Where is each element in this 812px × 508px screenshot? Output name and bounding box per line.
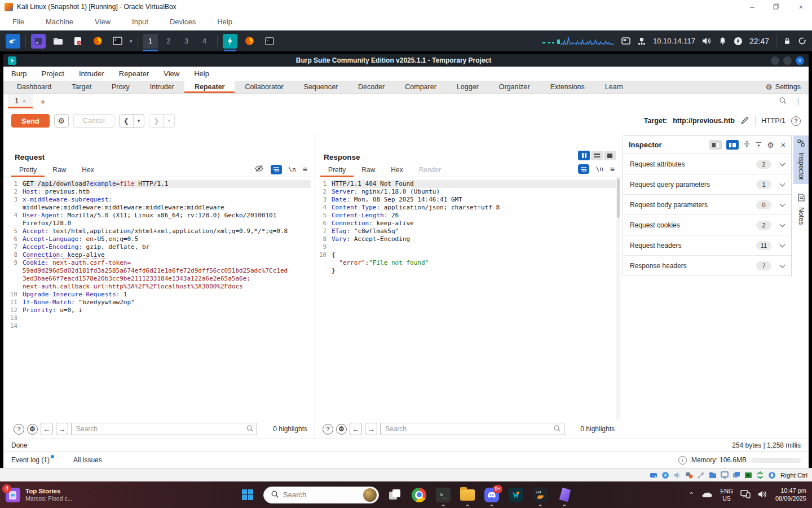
power-manager-icon[interactable] [734,37,743,46]
obsidian-button[interactable] [556,487,573,503]
editor-line[interactable]: 14 [9,322,311,330]
forward-history-button[interactable]: ❯▾ [149,114,175,128]
vbox-menu-input[interactable]: Input [132,17,148,26]
vbox-menu-devices[interactable]: Devices [170,17,196,26]
send-settings-button[interactable]: ⚙ [54,114,69,128]
editor-line[interactable]: 3Date: Mon, 08 Sep 2025 14:46:41 GMT [318,196,618,204]
lock-screen-icon[interactable] [783,37,791,45]
tab-target[interactable]: Target [61,81,102,93]
terminal-button[interactable]: >_ [435,487,452,503]
editor-line[interactable]: 12Priority: u=0, i [9,306,311,314]
response-tab-render[interactable]: Render [411,164,449,177]
vbox-minimize-button[interactable]: – [750,3,754,11]
burp-menu-burp[interactable]: Burp [11,69,27,78]
editor-line[interactable]: 6Accept-Language: en-US,en;q=0.5 [9,235,311,243]
dock-firefox-icon[interactable] [90,34,105,49]
response-scrollbar[interactable] [616,177,620,419]
logout-icon[interactable] [798,37,806,45]
tab-organizer[interactable]: Organizer [489,81,540,93]
inspector-close-icon[interactable]: × [781,141,785,150]
vbox-menu-view[interactable]: View [95,17,111,26]
vbox-mouse-integration-icon[interactable] [767,471,776,479]
editor-line[interactable]: 10{ "error":"File not found" } [318,251,618,275]
tab-extensions[interactable]: Extensions [540,81,595,93]
edit-target-pencil-icon[interactable] [740,116,749,126]
event-log-button[interactable]: Event log (1) [11,456,54,464]
burp-menu-project[interactable]: Project [41,69,64,78]
search-next-button[interactable]: → [365,423,377,435]
inspector-section-request-headers[interactable]: Request headers11 [623,235,791,256]
vbox-optical-disc-icon[interactable] [661,471,669,479]
vbox-menu-help[interactable]: Help [217,17,232,26]
dock-terminal-dropdown[interactable]: ▾ [130,38,133,44]
volume-icon[interactable] [702,37,712,45]
editor-line[interactable]: 1GET /api/download?example=file HTTP/1.1 [9,180,311,188]
taskbar-search-box[interactable] [263,487,379,503]
workspace-3[interactable]: 3 [179,34,194,49]
inspector-section-request-attributes[interactable]: Request attributes2 [623,154,791,174]
editor-line[interactable]: 4User-Agent: Mozilla/5.0 (X11; Linux x86… [9,212,311,227]
editor-line[interactable]: 7Accept-Encoding: gzip, deflate, br [9,243,311,251]
burp-menu-intruder[interactable]: Intruder [79,69,104,78]
vbox-menu-file[interactable]: File [12,17,24,26]
search-help-icon[interactable]: ? [14,424,24,435]
inspector-view-toggle-right[interactable] [726,140,739,150]
send-button[interactable]: Send [11,114,50,128]
chevron-down-icon[interactable] [780,221,785,227]
taskbar-burp-window-button[interactable] [223,34,237,49]
search-help-icon[interactable]: ? [323,424,333,435]
editor-line[interactable]: 5Accept: text/html,application/xhtml+xml… [9,227,311,235]
inspector-section-request-cookies[interactable]: Request cookies2 [623,215,791,235]
chevron-down-icon[interactable] [780,201,785,207]
dock-terminal-icon[interactable]: $- [110,34,125,49]
editor-line[interactable]: 2Host: previous.htb [9,188,311,196]
collapse-all-icon[interactable] [755,140,762,150]
chevron-down-icon[interactable] [780,242,785,247]
back-history-dropdown[interactable]: ▾ [133,115,144,127]
tab-repeater[interactable]: Repeater [184,81,235,93]
taskbar-firefox-window-button[interactable] [242,34,257,49]
wrap-lines-icon[interactable] [578,164,589,174]
request-tab-hex[interactable]: Hex [74,164,102,177]
chevron-down-icon[interactable] [780,160,785,166]
wrap-lines-icon[interactable] [271,165,282,174]
tab-logger[interactable]: Logger [447,81,489,93]
burp-close-button[interactable]: × [796,56,804,65]
widgets-button[interactable]: 4 Top Stories Marcos: Flood c... [6,481,72,508]
search-next-button[interactable]: → [56,423,68,435]
sidebar-tab-inspector[interactable]: Inspector [793,135,809,184]
back-history-button[interactable]: ❮▾ [119,114,145,128]
editor-line[interactable]: 5Content-Length: 26 [318,212,618,220]
file-explorer-button[interactable] [459,487,476,503]
close-tab-icon[interactable]: × [23,98,26,104]
search-settings-icon[interactable]: ⚙ [336,424,347,435]
editor-line[interactable]: 13 [9,314,311,322]
tab-comparer[interactable]: Comparer [395,81,447,93]
editor-line[interactable]: 8Connection: keep-alive [9,251,311,259]
response-editor[interactable]: 1HTTP/1.1 404 Not Found2Server: nginx/1.… [317,177,620,419]
search-prev-button[interactable]: ← [41,423,53,435]
x64dbg-button[interactable]: x64 [532,487,549,503]
start-button[interactable] [239,487,256,503]
vbox-clipboard-icon[interactable] [756,471,764,479]
taskbar-search-input[interactable] [283,491,359,499]
teal-app-button[interactable] [508,487,524,503]
request-tab-raw[interactable]: Raw [45,164,74,177]
tab-settings[interactable]: ⚙ Settings [757,81,809,93]
tab-learn[interactable]: Learn [595,81,633,93]
inspector-view-toggle-left[interactable] [709,140,722,150]
network-icon[interactable] [637,37,646,46]
editor-line[interactable]: 2Server: nginx/1.18.0 (Ubuntu) [318,188,618,196]
request-search-input[interactable] [71,423,257,435]
editor-line[interactable]: 11If-None-Match: "bzedyywtaw2op" [9,299,311,306]
notifications-bell-icon[interactable] [718,37,727,45]
response-tab-hex[interactable]: Hex [383,164,411,177]
search-prev-button[interactable]: ← [350,423,362,435]
inspector-section-response-headers[interactable]: Response headers7 [623,256,791,276]
tab-sequencer[interactable]: Sequencer [294,81,348,93]
workspace-4[interactable]: 4 [197,34,212,49]
inspector-section-request-body-parameters[interactable]: Request body parameters0 [623,195,791,215]
response-search-input[interactable] [380,423,564,435]
editor-line[interactable]: 8Vary: Accept-Encoding [318,235,618,243]
tab-collaborator[interactable]: Collaborator [235,81,293,93]
